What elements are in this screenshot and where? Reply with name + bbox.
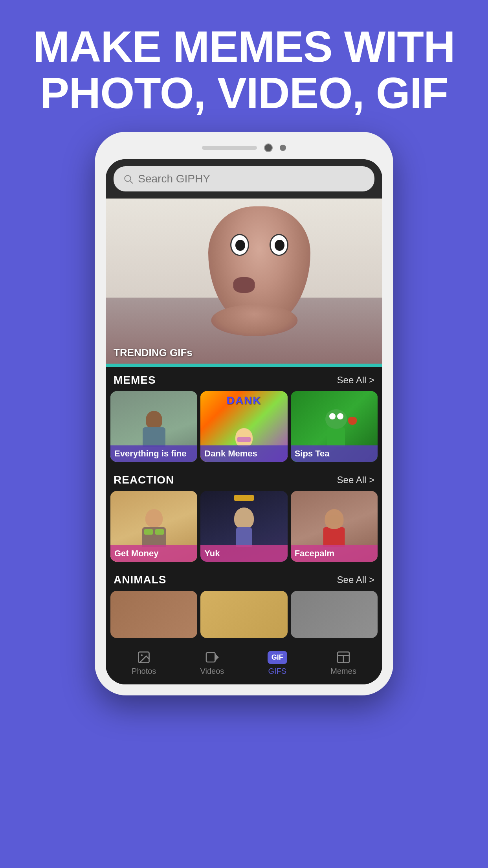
trending-bar — [106, 364, 382, 367]
speaker-bar — [202, 146, 257, 150]
nav-gifs-label: GIFS — [268, 667, 286, 676]
front-sensor — [280, 145, 286, 151]
reaction-card-yuk[interactable]: Yuk — [200, 491, 287, 562]
reaction-see-all[interactable]: See All > — [337, 474, 374, 485]
search-container — [106, 159, 382, 199]
memes-section-header: MEMES See All > — [106, 367, 382, 391]
nav-photos-label: Photos — [132, 667, 156, 676]
reaction-section-header: REACTION See All > — [106, 467, 382, 491]
nav-videos-label: Videos — [200, 667, 224, 676]
svg-rect-4 — [206, 653, 215, 662]
bottom-nav: Photos Videos GIF — [106, 643, 382, 684]
svg-point-3 — [141, 655, 143, 657]
memes-title: MEMES — [114, 374, 156, 386]
photos-icon — [135, 650, 152, 664]
gif-badge: GIF — [268, 651, 287, 664]
svg-line-1 — [130, 181, 132, 183]
meme-card-fine-label: Everything is fine — [110, 445, 197, 462]
phone-shell: TRENDING GIFs MEMES See All > — [95, 132, 393, 695]
animals-card-3[interactable] — [291, 591, 378, 638]
search-input[interactable] — [138, 173, 365, 185]
search-bar[interactable] — [114, 166, 374, 191]
app-headline: MAKE MEMES WITH PHOTO, VIDEO, GIF — [0, 0, 488, 132]
reaction-card-facepalm[interactable]: Facepalm — [291, 491, 378, 562]
nav-photos[interactable]: Photos — [132, 650, 156, 676]
nav-gifs[interactable]: GIF GIFS — [268, 650, 286, 676]
animals-section-header: ANIMALS See All > — [106, 566, 382, 591]
meme-card-fine[interactable]: Everything is fine — [110, 391, 197, 462]
meme-card-sips-label: Sips Tea — [291, 445, 378, 462]
phone-top-bar — [106, 143, 382, 152]
search-icon — [123, 173, 133, 184]
nav-videos[interactable]: Videos — [200, 650, 224, 676]
animals-grid — [106, 591, 382, 643]
reaction-title: REACTION — [114, 474, 174, 486]
memes-grid: Everything is fine DANK Dank Memes — [106, 391, 382, 467]
animals-title: ANIMALS — [114, 574, 167, 586]
animals-card-2[interactable] — [200, 591, 287, 638]
reaction-card-money-label: Get Money — [110, 545, 197, 562]
phone-screen: TRENDING GIFs MEMES See All > — [106, 159, 382, 684]
reaction-card-money[interactable]: Get Money — [110, 491, 197, 562]
trending-gif-image: TRENDING GIFs — [106, 199, 382, 364]
front-camera — [264, 143, 273, 152]
animals-card-1[interactable] — [110, 591, 197, 638]
trending-gif-section[interactable]: TRENDING GIFs — [106, 199, 382, 367]
headline-line2: PHOTO, VIDEO, GIF — [24, 70, 464, 116]
meme-card-dank-label: Dank Memes — [200, 445, 287, 462]
headline-line1: MAKE MEMES WITH — [24, 24, 464, 70]
gif-icon: GIF — [269, 650, 286, 664]
memes-nav-icon — [335, 650, 352, 664]
memes-see-all[interactable]: See All > — [337, 375, 374, 386]
meme-card-sips[interactable]: Sips Tea — [291, 391, 378, 462]
nav-memes-label: Memes — [330, 667, 356, 676]
phone-mockup: TRENDING GIFs MEMES See All > — [95, 132, 393, 695]
animals-see-all[interactable]: See All > — [337, 574, 374, 585]
videos-icon — [204, 650, 221, 664]
nav-memes[interactable]: Memes — [330, 650, 356, 676]
dank-text-overlay: DANK — [200, 394, 287, 407]
reaction-grid: Get Money Yuk — [106, 491, 382, 566]
reaction-card-facepalm-label: Facepalm — [291, 545, 378, 562]
meme-card-dank[interactable]: DANK Dank Memes — [200, 391, 287, 462]
reaction-card-yuk-label: Yuk — [200, 545, 287, 562]
trending-label: TRENDING GIFs — [114, 347, 193, 359]
